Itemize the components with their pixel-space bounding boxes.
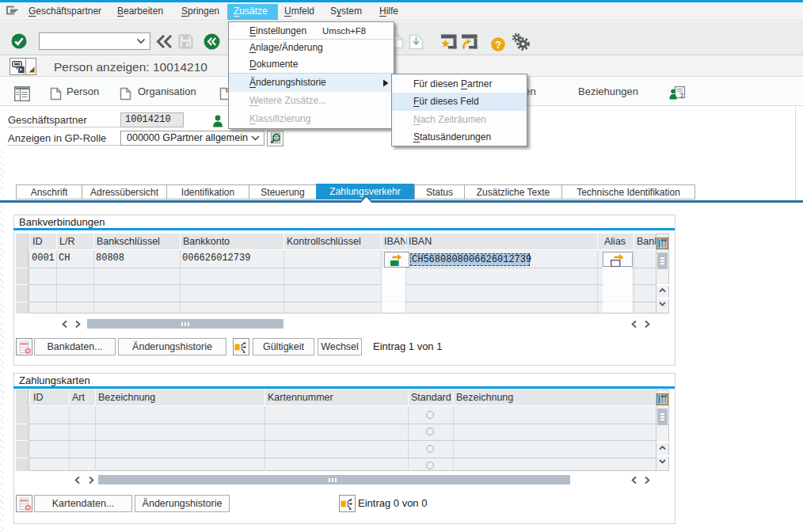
svg-text:?: ? bbox=[495, 39, 501, 51]
